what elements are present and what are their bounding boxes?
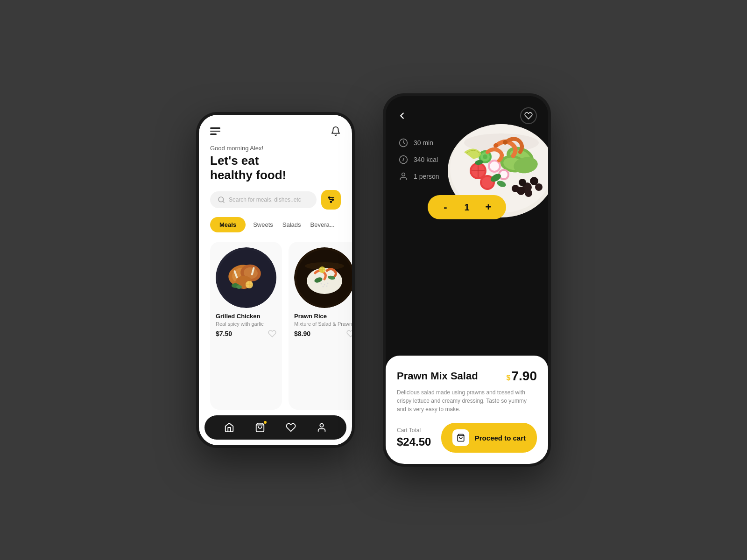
item-title-row: Prawn Mix Salad $ 7.90 xyxy=(397,369,537,384)
svg-point-42 xyxy=(525,189,532,197)
filter-button[interactable] xyxy=(321,190,341,210)
meal-serving: 1 person xyxy=(414,173,439,180)
item-title: Prawn Mix Salad xyxy=(397,370,478,382)
greeting-sub: Good morning Alex! xyxy=(210,145,341,152)
time-icon xyxy=(399,138,408,147)
chicken-price-row: $7.50 xyxy=(216,329,276,338)
svg-point-6 xyxy=(332,199,333,201)
nav-favorites[interactable] xyxy=(285,422,296,433)
prawn-plate-svg xyxy=(294,247,352,308)
svg-point-58 xyxy=(490,161,499,171)
svg-point-17 xyxy=(236,285,242,289)
svg-point-35 xyxy=(320,424,323,427)
tab-beverages[interactable]: Bevera... xyxy=(309,217,337,232)
svg-point-31 xyxy=(327,283,329,284)
prawn-name: Prawn Rice xyxy=(294,313,352,320)
chicken-price: $7.50 xyxy=(216,330,232,337)
svg-point-45 xyxy=(535,183,543,191)
svg-point-43 xyxy=(519,179,526,186)
svg-point-5 xyxy=(329,197,330,198)
meal-time: 30 min xyxy=(414,139,433,147)
proceed-to-cart-button[interactable]: Proceed to cart xyxy=(441,423,537,453)
tab-meals[interactable]: Meals xyxy=(210,217,246,232)
meal-calories: 340 kcal xyxy=(414,156,438,163)
bag-notification-dot xyxy=(264,421,267,424)
food-card-chicken[interactable]: Grilled Chicken Real spicy with garlic $… xyxy=(210,242,282,410)
quantity-selector: - 1 + xyxy=(428,195,506,219)
nav-home[interactable] xyxy=(224,422,235,433)
tab-salads[interactable]: Salads xyxy=(281,217,303,232)
svg-point-7 xyxy=(331,201,332,203)
price-dollar-symbol: $ xyxy=(507,374,511,382)
prawn-price-row: $8.90 xyxy=(294,329,352,338)
category-tabs: Meals Sweets Salads Bevera... xyxy=(199,217,352,232)
chicken-name: Grilled Chicken xyxy=(216,313,276,320)
svg-point-64 xyxy=(493,143,498,148)
chicken-image xyxy=(216,247,276,308)
cart-total-label: Cart Total xyxy=(397,427,431,434)
shopping-bag-icon xyxy=(457,434,465,442)
search-icon xyxy=(218,196,225,203)
detail-bottom: Prawn Mix Salad $ 7.90 Delicious salad m… xyxy=(386,356,548,464)
svg-line-1 xyxy=(223,201,224,203)
back-button[interactable] xyxy=(397,111,407,121)
item-price: $ 7.90 xyxy=(507,369,537,384)
food-card-prawn[interactable]: Prawn Rice Mixture of Salad & Prawn $8.9… xyxy=(289,242,352,410)
search-placeholder: Search for meals, dishes..etc xyxy=(229,196,301,203)
left-phone: Good morning Alex! Let's eathealthy food… xyxy=(196,112,355,448)
svg-point-30 xyxy=(324,284,325,286)
bottom-nav xyxy=(204,415,346,440)
svg-point-63 xyxy=(483,154,487,159)
cart-row: Cart Total $24.50 Proceed to cart xyxy=(397,423,537,453)
quantity-value: 1 xyxy=(461,202,472,213)
calories-icon xyxy=(399,155,408,164)
svg-point-71 xyxy=(402,173,405,176)
cart-btn-icon xyxy=(452,429,469,446)
chicken-desc: Real spicy with garlic xyxy=(216,321,276,327)
chicken-favorite-icon[interactable] xyxy=(268,329,276,338)
notification-icon[interactable] xyxy=(331,126,341,136)
nav-bag[interactable] xyxy=(254,422,266,433)
svg-point-60 xyxy=(500,171,507,178)
filter-icon xyxy=(327,196,335,204)
right-phone: 30 min 340 kcal 1 person xyxy=(383,93,551,467)
chicken-plate-svg xyxy=(216,247,276,308)
prawn-favorite-icon[interactable] xyxy=(346,329,352,338)
search-row: Search for meals, dishes..etc xyxy=(199,190,352,210)
prawn-desc: Mixture of Salad & Prawn xyxy=(294,321,352,327)
nav-profile[interactable] xyxy=(316,422,327,433)
price-value: 7.90 xyxy=(512,369,537,384)
menu-icon[interactable] xyxy=(210,127,220,135)
cart-total-section: Cart Total $24.50 xyxy=(397,427,431,448)
cart-total-value: $24.50 xyxy=(397,435,431,448)
svg-point-65 xyxy=(503,140,507,145)
food-grid: Grilled Chicken Real spicy with garlic $… xyxy=(199,242,352,410)
svg-point-33 xyxy=(326,286,328,287)
tab-sweets[interactable]: Sweets xyxy=(251,217,275,232)
quantity-increase-button[interactable]: + xyxy=(482,201,495,214)
prawn-price: $8.90 xyxy=(294,330,310,337)
item-description: Delicious salad made using prawns and to… xyxy=(397,388,537,413)
detail-top: 30 min 340 kcal 1 person xyxy=(386,96,548,351)
prawn-image xyxy=(294,247,352,308)
quantity-decrease-button[interactable]: - xyxy=(439,201,452,214)
svg-point-29 xyxy=(321,283,322,285)
greeting-section: Good morning Alex! Let's eathealthy food… xyxy=(199,141,352,190)
proceed-label: Proceed to cart xyxy=(475,434,526,442)
phone-header xyxy=(199,115,352,141)
person-icon xyxy=(399,172,408,181)
greeting-main: Let's eathealthy food! xyxy=(210,154,341,182)
search-box[interactable]: Search for meals, dishes..etc xyxy=(210,191,317,208)
svg-point-44 xyxy=(512,185,519,192)
svg-point-32 xyxy=(323,286,324,287)
